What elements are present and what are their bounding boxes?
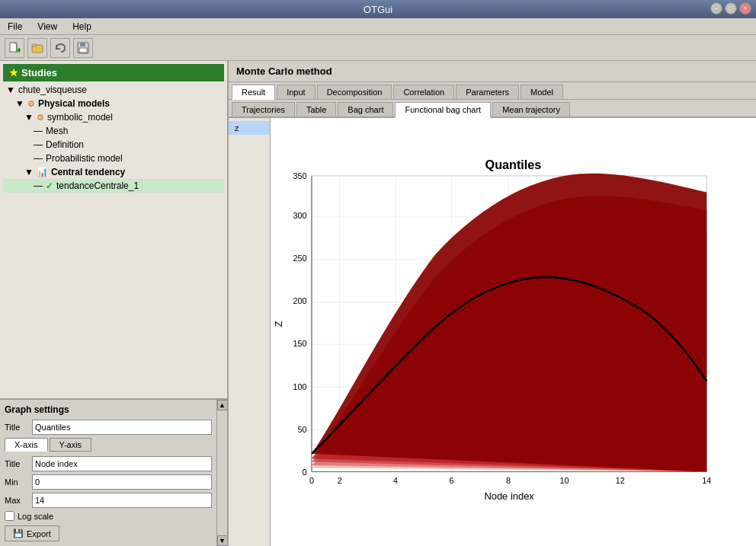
x-tick-2: 2: [338, 476, 342, 485]
gear-icon: ⚙: [27, 99, 35, 109]
tree-item-mesh[interactable]: — Mesh: [3, 124, 224, 138]
max-label: Max: [5, 496, 27, 505]
tab-table[interactable]: Table: [296, 102, 336, 117]
mesh-label: Mesh: [46, 126, 68, 136]
tree-item-symbolic-model[interactable]: ▼ ⚙ symbolic_model: [3, 110, 224, 124]
window-title: OTGui: [364, 4, 392, 15]
tab-mean-trajectory[interactable]: Mean trajectory: [492, 102, 570, 117]
symbolic-model-label: symbolic_model: [47, 112, 113, 123]
z-list: z: [229, 118, 271, 546]
chart-title: Quantiles: [485, 158, 542, 171]
y-tick-250: 250: [293, 254, 307, 263]
tab-trajectories[interactable]: Trajectories: [232, 102, 295, 117]
tree-item-physical-models[interactable]: ▼ ⚙ Physical models: [3, 97, 224, 110]
tree-item-probabilistic-model[interactable]: — Probabilistic model: [3, 152, 224, 165]
close-button[interactable]: ×: [739, 2, 751, 14]
content-tabs: Trajectories Table Bag chart Functional …: [229, 100, 756, 118]
new-button[interactable]: [5, 38, 24, 58]
menubar: File View Help: [0, 18, 756, 35]
x-axis-label: Node index: [484, 490, 534, 502]
undo-button[interactable]: [50, 38, 70, 58]
tab-decomposition[interactable]: Decomposition: [317, 85, 392, 99]
x-tick-10: 10: [559, 476, 569, 485]
menu-help[interactable]: Help: [68, 21, 96, 33]
tab-parameters[interactable]: Parameters: [456, 85, 519, 99]
x-tick-8: 8: [506, 476, 511, 485]
graph-settings-panel: Graph settings Title X-axis Y-axis Title…: [0, 398, 227, 546]
window-controls: − □ ×: [710, 2, 751, 14]
axis-title-label: Title: [5, 459, 27, 468]
dash-icon-3: —: [34, 153, 43, 164]
x-tick-14: 14: [702, 476, 711, 485]
tab-bag-chart[interactable]: Bag chart: [338, 102, 393, 117]
tree-item-definition[interactable]: — Definition: [3, 138, 224, 152]
title-input[interactable]: [32, 420, 212, 435]
y-tick-50: 50: [298, 425, 307, 434]
probabilistic-model-label: Probabilistic model: [46, 153, 123, 164]
tab-model[interactable]: Model: [521, 85, 563, 99]
dash-icon-2: —: [34, 139, 43, 150]
titlebar: OTGui − □ ×: [0, 0, 756, 18]
maximize-button[interactable]: □: [725, 2, 737, 14]
title-label: Title: [5, 423, 27, 432]
menu-file[interactable]: File: [3, 21, 27, 33]
studies-header: ★ Studies: [3, 64, 224, 81]
scroll-up[interactable]: ▲: [217, 400, 228, 410]
max-row: Max: [5, 493, 212, 508]
max-input[interactable]: [32, 493, 212, 508]
check-icon: ✓: [46, 180, 53, 191]
y-tick-100: 100: [293, 382, 307, 391]
axis-title-row: Title: [5, 456, 212, 471]
y-tick-0: 0: [303, 468, 307, 477]
x-tick-0: 0: [309, 476, 314, 485]
studies-icon: ★: [9, 67, 18, 78]
scroll-down[interactable]: ▼: [217, 535, 228, 546]
export-button[interactable]: 💾 Export: [5, 525, 59, 541]
menu-view[interactable]: View: [33, 21, 62, 33]
svg-rect-7: [79, 48, 87, 53]
tree-item-tendance[interactable]: — ✓ tendanceCentrale_1: [3, 179, 224, 193]
chart-icon: 📊: [37, 167, 48, 177]
panel-title: Monte Carlo method: [229, 61, 756, 82]
save-button[interactable]: [73, 38, 93, 58]
physical-models-label: Physical models: [38, 98, 110, 109]
minimize-button[interactable]: −: [710, 2, 722, 14]
root-label: chute_visqueuse: [18, 85, 87, 95]
y-tick-150: 150: [293, 339, 307, 348]
export-icon: 💾: [13, 528, 24, 538]
tab-correlation[interactable]: Correlation: [393, 85, 454, 99]
tab-functional-bag-chart[interactable]: Functional bag chart: [395, 102, 491, 118]
central-tendency-label: Central tendency: [51, 167, 125, 177]
chart-svg-wrapper: Quantiles: [271, 118, 756, 546]
result-tabs: Result Input Decomposition Correlation P…: [229, 82, 756, 100]
x-tick-4: 4: [393, 476, 398, 485]
dash-icon-4: —: [34, 180, 43, 191]
tree-area: ★ Studies ▼ chute_visqueuse ▼ ⚙ Physical…: [0, 61, 227, 398]
axis-title-input[interactable]: [32, 456, 212, 471]
min-label: Min: [5, 477, 27, 487]
x-tick-6: 6: [450, 476, 454, 485]
x-tick-12: 12: [616, 476, 625, 485]
log-scale-label: Log scale: [18, 512, 53, 521]
tree-item-central-tendency[interactable]: ▼ 📊 Central tendency: [3, 165, 224, 179]
definition-label: Definition: [46, 139, 84, 150]
y-axis-tab[interactable]: Y-axis: [50, 438, 92, 452]
log-scale-checkbox[interactable]: [5, 511, 14, 521]
tab-result[interactable]: Result: [232, 85, 275, 100]
svg-rect-6: [80, 43, 85, 46]
dash-icon: —: [34, 126, 43, 136]
x-axis-tab[interactable]: X-axis: [5, 438, 48, 452]
z-item[interactable]: z: [229, 121, 270, 135]
graph-settings-title: Graph settings: [5, 404, 212, 415]
title-row: Title: [5, 420, 212, 435]
open-button[interactable]: [27, 38, 47, 58]
right-panel: Monte Carlo method Result Input Decompos…: [229, 61, 756, 546]
chart-container: z Quantiles: [229, 118, 756, 546]
log-scale-row: Log scale: [5, 511, 212, 521]
axis-tabs: X-axis Y-axis: [5, 438, 212, 452]
tree-item-root[interactable]: ▼ chute_visqueuse: [3, 83, 224, 97]
toolbar: [0, 35, 756, 61]
scrollbar: ▲ ▼: [216, 400, 227, 546]
tab-input[interactable]: Input: [277, 85, 315, 99]
min-input[interactable]: [32, 474, 212, 490]
